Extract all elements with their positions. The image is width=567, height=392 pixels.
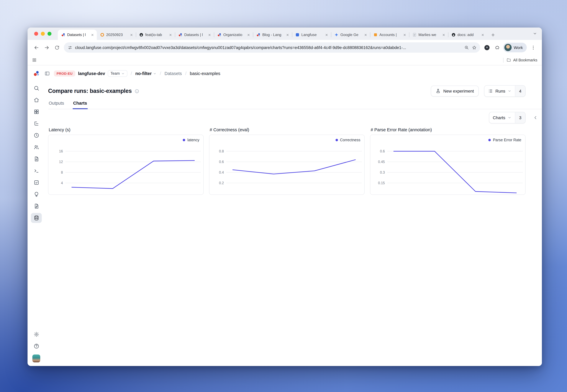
- tab-favicon-bluesq: [295, 32, 299, 37]
- tab-close-icon[interactable]: [402, 32, 407, 37]
- extensions-icon[interactable]: [492, 42, 503, 53]
- tab-outputs[interactable]: Outputs: [48, 101, 65, 109]
- url-text: cloud.langfuse.com/project/cmfwgv8fx002o…: [75, 45, 461, 50]
- tab-list-chevron-icon[interactable]: [533, 31, 537, 36]
- new-tab-button[interactable]: [489, 31, 497, 39]
- browser-tab[interactable]: Marlies we: [409, 30, 448, 40]
- page-tabs: Outputs Charts: [48, 101, 542, 109]
- chart-legend: Parse Error Rate: [488, 138, 521, 142]
- sidebar-item-users[interactable]: [31, 142, 42, 152]
- user-avatar[interactable]: [32, 354, 40, 362]
- browser-tab[interactable]: Blog - Lang: [253, 30, 292, 40]
- bookmark-star-icon[interactable]: [472, 45, 477, 50]
- browser-tab[interactable]: feat(io-tab: [136, 30, 175, 40]
- browser-tab[interactable]: docs: add: [448, 30, 487, 40]
- sidebar-item-home[interactable]: [31, 95, 42, 105]
- svg-text:8: 8: [61, 170, 63, 174]
- new-experiment-button[interactable]: New experiment: [431, 86, 479, 97]
- chart-title: # Correctness (eval): [210, 127, 365, 132]
- charts-toolbar: Charts 3: [48, 112, 542, 124]
- sidebar-item-insights[interactable]: [31, 189, 42, 199]
- minimize-window-button[interactable]: [41, 32, 45, 36]
- browser-window: Datasets | l20250923feat(io-tabDatasets …: [28, 28, 542, 366]
- chart-block: Latency (s)161284latency: [48, 127, 204, 195]
- chart-title: # Parse Error Rate (annotation): [371, 127, 525, 132]
- tab-close-icon[interactable]: [168, 32, 173, 37]
- charts-selector[interactable]: Charts 3: [489, 112, 525, 123]
- browser-tab[interactable]: Langfuse: [292, 30, 331, 40]
- legend-label: Correctness: [340, 138, 360, 142]
- project-selector[interactable]: no-filter: [135, 71, 156, 76]
- sidebar-item-playground[interactable]: [31, 166, 42, 176]
- runs-selector[interactable]: Runs 4: [484, 85, 525, 97]
- svg-text:0.6: 0.6: [219, 160, 224, 164]
- bookmarks-bar: All Bookmarks: [28, 55, 542, 65]
- sidebar-item-annotations[interactable]: [31, 201, 42, 211]
- browser-tab[interactable]: Datasets | l: [58, 30, 97, 40]
- prompts-icon: [33, 156, 39, 162]
- tab-close-icon[interactable]: [285, 32, 290, 37]
- svg-text:16: 16: [59, 149, 63, 153]
- tab-close-icon[interactable]: [207, 32, 212, 37]
- reload-button[interactable]: [52, 42, 62, 53]
- sidebar-item-prompts[interactable]: [31, 154, 42, 164]
- svg-text:0.15: 0.15: [378, 181, 385, 185]
- new-experiment-label: New experiment: [443, 89, 474, 94]
- chart-card: 0.60.450.30.15Parse Error Rate: [370, 135, 525, 195]
- tab-close-icon[interactable]: [324, 32, 329, 37]
- info-icon[interactable]: [135, 89, 139, 93]
- site-info-icon[interactable]: [68, 45, 72, 50]
- collapse-panel-icon[interactable]: [533, 115, 538, 120]
- sidebar-item-dashboards[interactable]: [31, 107, 42, 117]
- browser-tab[interactable]: 20250923: [97, 30, 136, 40]
- tab-close-icon[interactable]: [129, 32, 134, 37]
- tab-charts[interactable]: Charts: [73, 101, 88, 109]
- all-bookmarks-button[interactable]: All Bookmarks: [507, 58, 537, 62]
- browser-tab[interactable]: Google Ge: [331, 30, 370, 40]
- browser-tabstrip: Datasets | l20250923feat(io-tabDatasets …: [28, 28, 542, 40]
- sidebar-item-datasets[interactable]: [31, 213, 42, 223]
- sidebar-item-settings[interactable]: [31, 329, 42, 339]
- browser-menu-icon[interactable]: [528, 42, 538, 53]
- tab-title: Organizatio: [223, 33, 244, 37]
- browser-profile-chip[interactable]: Work: [503, 43, 527, 52]
- browser-tab[interactable]: Organizatio: [214, 30, 253, 40]
- sidebar-item-support[interactable]: [31, 341, 42, 351]
- tab-favicon-github: [451, 32, 456, 37]
- org-plan-chip[interactable]: Team: [108, 70, 127, 77]
- tab-title: feat(io-tab: [145, 33, 166, 37]
- zoom-window-button[interactable]: [47, 32, 51, 36]
- apps-grid-icon[interactable]: [32, 58, 37, 62]
- legend-dot: [488, 139, 491, 141]
- tab-title: Blog - Lang: [262, 33, 284, 37]
- browser-tab[interactable]: Datasets | l: [175, 30, 214, 40]
- tab-close-icon[interactable]: [90, 32, 95, 37]
- sidebar-rail: [28, 82, 45, 366]
- address-bar[interactable]: cloud.langfuse.com/project/cmfwgv8fx002o…: [64, 42, 480, 53]
- langfuse-logo[interactable]: [32, 70, 40, 77]
- sidebar-item-search[interactable]: [31, 83, 42, 93]
- sidebar-item-evaluations[interactable]: [31, 178, 42, 188]
- organization-name[interactable]: langfuse-dev: [78, 71, 105, 76]
- pinned-extension-icon[interactable]: [482, 42, 492, 53]
- users-icon: [33, 144, 39, 150]
- back-button[interactable]: [31, 42, 42, 53]
- forward-button[interactable]: [42, 42, 52, 53]
- dashboards-icon: [33, 109, 39, 115]
- all-bookmarks-label: All Bookmarks: [513, 58, 537, 62]
- browser-tab[interactable]: Accounts |: [370, 30, 409, 40]
- legend-dot: [335, 139, 338, 141]
- zoom-icon[interactable]: [464, 45, 469, 50]
- close-window-button[interactable]: [34, 32, 38, 36]
- breadcrumb-datasets[interactable]: Datasets: [164, 71, 182, 76]
- chart-block: # Parse Error Rate (annotation)0.60.450.…: [370, 127, 525, 195]
- sidebar-item-sessions[interactable]: [31, 130, 42, 140]
- annotations-icon: [33, 203, 39, 209]
- tab-close-icon[interactable]: [441, 32, 446, 37]
- sidebar-item-tracing[interactable]: [31, 119, 42, 128]
- charts-count-badge: 3: [515, 112, 525, 123]
- sidebar-toggle-icon[interactable]: [44, 71, 50, 76]
- tab-close-icon[interactable]: [246, 32, 251, 37]
- tab-close-icon[interactable]: [481, 32, 485, 37]
- tab-close-icon[interactable]: [363, 32, 368, 37]
